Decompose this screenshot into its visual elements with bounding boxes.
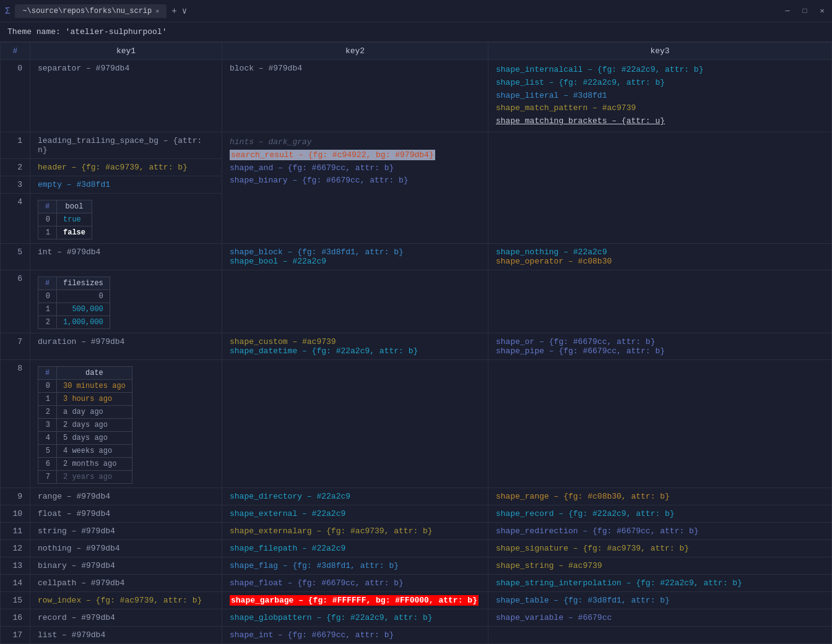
- key1-value: record – #979db4: [38, 613, 115, 622]
- key2-value: shape_externalarg – {fg: #ac9739, attr: …: [230, 526, 433, 536]
- nested-row: 7 2 years ago: [38, 470, 132, 483]
- close-button[interactable]: ✕: [817, 6, 827, 16]
- nested-col-index: #: [38, 277, 57, 290]
- table-row: 16 record – #979db4 shape_globpattern – …: [1, 609, 832, 626]
- key3-cell: [488, 132, 832, 243]
- key2-value: shape_float – {fg: #6679cc, attr: b}: [230, 578, 404, 588]
- key1-cell: string – #979db4: [30, 522, 222, 539]
- key3-line: shape_matching_brackets – {attr: u}: [496, 116, 665, 126]
- table-row: 15 row_index – {fg: #ac9739, attr: b} sh…: [1, 591, 832, 609]
- nested-row: 0 30 minutes ago: [38, 379, 132, 392]
- key1-cell: cellpath – #979db4: [30, 574, 222, 591]
- key3-value: shape_redirection – {fg: #6679cc, attr: …: [496, 526, 699, 536]
- key3-line2: shape_pipe – {fg: #6679cc, attr: b}: [496, 346, 665, 356]
- key3-cell: [488, 626, 832, 643]
- key2-line2: shape_datetime – {fg: #22a2c9, attr: b}: [230, 346, 418, 356]
- key3-cell: shape_signature – {fg: #ac9739, attr: b}: [488, 539, 832, 557]
- nested-val: true: [57, 213, 92, 226]
- garbage-highlight: shape_garbage – {fg: #FFFFFF, bg: #FF000…: [230, 595, 479, 606]
- key3-line: shape_literal – #3d8fd1: [496, 91, 607, 100]
- table-row: 14 cellpath – #979db4 shape_float – {fg:…: [1, 574, 832, 591]
- table-row: 12 nothing – #979db4 shape_filepath – #2…: [1, 539, 832, 557]
- table-row: 13 binary – #979db4 shape_flag – {fg: #3…: [1, 557, 832, 574]
- key2-cell: shape_int – {fg: #6679cc, attr: b}: [222, 626, 488, 643]
- nested-val: 3 hours ago: [57, 392, 132, 405]
- key1-cell: list – #979db4: [30, 626, 222, 643]
- nested-index: 7: [38, 470, 57, 483]
- nested-row: 2 a day ago: [38, 405, 132, 418]
- row-index: 14: [1, 574, 30, 591]
- row-index: 3: [1, 176, 30, 193]
- theme-bar: Theme name: 'atelier-sulphurpool': [0, 22, 832, 42]
- key2-line: shape_binary – {fg: #6679cc, attr: b}: [230, 176, 409, 185]
- key2-cell: shape_block – {fg: #3d8fd1, attr: b} sha…: [222, 243, 488, 270]
- key2-value: block – #979db4: [230, 64, 302, 73]
- nested-index: 1: [38, 392, 57, 405]
- key3-value: shape_range – {fg: #c08b30, attr: b}: [496, 492, 670, 501]
- row-index: 16: [1, 609, 30, 626]
- key1-value: int – #979db4: [38, 247, 100, 257]
- table-row: 1 leading_trailing_space_bg – {attr: n} …: [1, 132, 832, 158]
- key3-value: shape_string_interpolation – {fg: #22a2c…: [496, 578, 742, 588]
- window-controls: — □ ✕: [782, 6, 827, 16]
- row-index: 17: [1, 626, 30, 643]
- key3-line: shape_list – {fg: #22a2c9, attr: b}: [496, 78, 665, 87]
- key2-cell: hints – dark_gray search_result – {fg: #…: [222, 132, 488, 243]
- key3-line1: shape_or – {fg: #6679cc, attr: b}: [496, 337, 655, 346]
- nested-col-index: #: [38, 200, 57, 213]
- key1-value: string – #979db4: [38, 526, 115, 536]
- bool-nested-table: # bool 0 true 1 false: [38, 200, 92, 239]
- key2-cell: [222, 270, 488, 333]
- nested-val: 2 days ago: [57, 418, 132, 431]
- nested-val: 4 weeks ago: [57, 444, 132, 457]
- key3-cell: shape_string – #ac9739: [488, 557, 832, 574]
- key1-nested-cell: # filesizes 0 0 1 500,000: [30, 270, 222, 333]
- nested-row: 2 1,000,000: [38, 316, 110, 328]
- maximize-button[interactable]: □: [800, 6, 810, 16]
- key1-value: empty – #3d8fd1: [38, 180, 110, 189]
- row-index: 5: [1, 243, 30, 270]
- key1-cell: int – #979db4: [30, 243, 222, 270]
- nested-index: 0: [38, 290, 57, 303]
- key3-line2: shape_operator – #c08b30: [496, 257, 612, 266]
- nested-index: 2: [38, 316, 57, 328]
- nested-row: 0 0: [38, 290, 110, 303]
- nested-val: 2 months ago: [57, 457, 132, 470]
- table-row: 17 list – #979db4 shape_int – {fg: #6679…: [1, 626, 832, 643]
- titlebar: Σ ~\source\repos\forks\nu_scrip ✕ + ∨ — …: [0, 0, 832, 22]
- table-row: 10 float – #979db4 shape_external – #22a…: [1, 505, 832, 522]
- nested-row: 1 false: [38, 226, 92, 239]
- tab-close-icon[interactable]: ✕: [155, 7, 159, 15]
- key1-cell: header – {fg: #ac9739, attr: b}: [30, 158, 222, 176]
- row-index: 2: [1, 158, 30, 176]
- row-index: 12: [1, 539, 30, 557]
- minimize-button[interactable]: —: [782, 6, 792, 16]
- nested-index: 0: [38, 379, 57, 392]
- key2-cell: shape_flag – {fg: #3d8fd1, attr: b}: [222, 557, 488, 574]
- key2-value: shape_directory – #22a2c9: [230, 492, 350, 501]
- key2-cell: shape_filepath – #22a2c9: [222, 539, 488, 557]
- key2-value: shape_int – {fg: #6679cc, attr: b}: [230, 630, 394, 640]
- key3-value: shape_table – {fg: #3d8fd1, attr: b}: [496, 596, 670, 605]
- key3-cell: shape_or – {fg: #6679cc, attr: b} shape_…: [488, 333, 832, 359]
- nested-index: 4: [38, 431, 57, 444]
- row-index: 15: [1, 591, 30, 609]
- new-tab-button[interactable]: +: [171, 6, 176, 16]
- tab-label: ~\source\repos\forks\nu_scrip: [22, 7, 152, 15]
- key1-cell: empty – #3d8fd1: [30, 176, 222, 193]
- key3-cell: shape_string_interpolation – {fg: #22a2c…: [488, 574, 832, 591]
- key2-value: shape_flag – {fg: #3d8fd1, attr: b}: [230, 561, 399, 570]
- tab-dropdown-button[interactable]: ∨: [182, 6, 187, 16]
- key3-cell: shape_table – {fg: #3d8fd1, attr: b}: [488, 591, 832, 609]
- table-row: 11 string – #979db4 shape_externalarg – …: [1, 522, 832, 539]
- nested-col-bool: bool: [57, 200, 92, 213]
- nested-val: a day ago: [57, 405, 132, 418]
- nested-val: 30 minutes ago: [57, 379, 132, 392]
- key3-line1: shape_signature – {fg: #ac9739, attr: b}: [496, 544, 689, 553]
- key1-cell: leading_trailing_space_bg – {attr: n}: [30, 132, 222, 158]
- nested-index: 6: [38, 457, 57, 470]
- tab[interactable]: ~\source\repos\forks\nu_scrip ✕: [15, 4, 167, 18]
- key2-line2: shape_bool – #22a2c9: [230, 257, 326, 266]
- key3-line1: shape_nothing – #22a2c9: [496, 247, 607, 257]
- row-index: 8: [1, 359, 30, 487]
